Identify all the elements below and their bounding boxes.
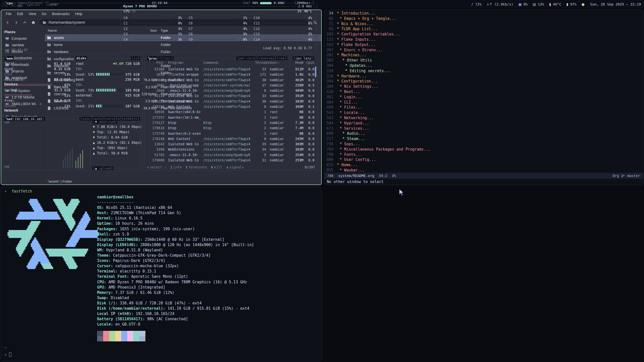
org-heading-line[interactable]: 65* Emacs + Org + Tangle... bbox=[324, 16, 643, 21]
network-speed-indicator[interactable]: ↓↑(2.9kb/s) bbox=[487, 2, 513, 6]
org-heading-line[interactable]: 267* Envrc + Direnv... bbox=[324, 48, 643, 53]
org-heading-line[interactable]: 499* Files... bbox=[324, 105, 643, 110]
process-row[interactable]: 177257kworker/10:1-mm_1root0B0.0 bbox=[147, 115, 314, 120]
proc-action-info[interactable]: iinfo bbox=[170, 165, 182, 169]
org-heading-line[interactable]: 304* Updates... bbox=[324, 63, 643, 68]
prompt-line[interactable]: › bbox=[5, 352, 11, 357]
column-header-user[interactable]: User: bbox=[266, 61, 288, 65]
process-row[interactable]: 2658.firefox-wrappe/nix/store/sm8fnrf3wp… bbox=[147, 72, 314, 77]
org-heading-line[interactable]: 825* Home... bbox=[324, 162, 643, 168]
column-header-pid[interactable]: Pid: bbox=[147, 61, 167, 65]
core-row-C8: C83% bbox=[189, 32, 247, 36]
process-row[interactable]: 178294Web Content/nix/store/sm8fnrf3wps4… bbox=[147, 104, 314, 109]
proc-threads: 1 bbox=[255, 109, 266, 115]
battery-meter bbox=[260, 2, 272, 4]
process-row[interactable]: 176646Isolated Web Co/nix/store/sm8fnrf3… bbox=[147, 77, 314, 83]
org-heading-line[interactable]: 764* Miscellaneous Packages and Programs… bbox=[324, 147, 643, 152]
org-heading-line[interactable]: 162* Flake Output... bbox=[324, 42, 643, 48]
org-heading-line[interactable]: 121* Flake Inputs... bbox=[324, 37, 643, 42]
org-heading-line[interactable]: 584* Hyprland... bbox=[324, 121, 643, 126]
process-row[interactable]: 176000Isolated Web Co/nix/store/sm8fnrf3… bbox=[147, 158, 314, 163]
org-heading-line[interactable]: 316* Hardware... bbox=[324, 74, 643, 79]
column-header-mem[interactable]: MemB bbox=[288, 61, 303, 65]
disk-io-label: IO% bbox=[76, 98, 140, 103]
column-header-threads[interactable]: Threads: bbox=[255, 61, 266, 65]
org-heading-line[interactable]: 461* Login... bbox=[324, 95, 643, 100]
org-heading-line[interactable]: 736* Sops... bbox=[324, 142, 643, 147]
box-label-part: net bbox=[7, 117, 13, 121]
cpu-indicator[interactable]: ▣0% bbox=[518, 2, 528, 6]
process-row[interactable]: 175749kworker/6:2-even1root0B0.0 bbox=[147, 131, 314, 136]
org-heading-line[interactable]: 809* User Config... bbox=[324, 157, 643, 162]
org-heading-line[interactable]: 799* Fonts... bbox=[324, 152, 643, 157]
temperature-indicator[interactable]: ▮46°C bbox=[549, 2, 561, 6]
process-row[interactable]: 178616btopbtop2nambiar7.4M0.0 bbox=[147, 125, 314, 131]
process-row[interactable]: 2660.emacs-31.0.50-/nix/store/wnqz5pa8ra… bbox=[147, 88, 314, 93]
core-percent: 3% bbox=[174, 37, 182, 41]
org-heading-line[interactable]: 671* Services... bbox=[324, 126, 643, 131]
proc-option-tabs[interactable]: ┤per-core├┤reverse├┤tree├ bbox=[236, 56, 287, 60]
core-meter bbox=[134, 34, 172, 34]
cpu-box-tabs[interactable]: ┤menu├┤preset *├ bbox=[17, 1, 50, 5]
volume-indicator[interactable]: ♪72% bbox=[471, 2, 481, 6]
org-heading-line[interactable]: 384* Nix Settings... bbox=[324, 84, 643, 89]
battery-indicator[interactable]: ▮97% bbox=[566, 2, 576, 6]
cpu-graph-dots bbox=[47, 23, 48, 25]
org-heading-line[interactable]: 344* Configuration... bbox=[324, 79, 643, 84]
net-graph-bar bbox=[65, 157, 66, 168]
process-row[interactable]: 51762.emacs-31.0.50-/nix/store/wnqz5pa8r… bbox=[147, 152, 314, 158]
org-heading-line[interactable]: 93* TLDR App List... bbox=[324, 26, 643, 32]
info-value: Catppuccin-GTK-Grey-Dark-Compact [GTK2/3… bbox=[113, 253, 211, 258]
proc-sort-column[interactable]: ┤cpu lazy├ bbox=[293, 56, 314, 60]
logo-line: ▜███▙ ▜███▙▟███▛ bbox=[8, 204, 99, 208]
org-heading-line[interactable]: 484* CLI... bbox=[324, 100, 643, 105]
org-heading-line[interactable]: 717* Steam... bbox=[324, 136, 643, 142]
org-heading-line[interactable]: 310* Editing secrets... bbox=[324, 68, 643, 74]
cpu-box: up 10:45:42 CPU 2% 46°C C03%C51%C104%C10… bbox=[2, 3, 317, 53]
column-header-cpu[interactable]: Cpu% bbox=[303, 61, 314, 65]
box-label-part: ┤ bbox=[294, 56, 296, 60]
proc-action-select[interactable]: ↑select ↓ bbox=[147, 165, 166, 169]
net-tabs[interactable]: ┤sync├┤auto├┤zero├┤b├┤eth0├┤n├ bbox=[79, 117, 140, 121]
process-row[interactable]: 179127btopbtop2nambiar7.3M0.0 bbox=[147, 120, 314, 125]
proc-action-signals[interactable]: ssignals bbox=[226, 165, 244, 169]
org-heading-line[interactable]: 303* Other Utils bbox=[324, 58, 643, 63]
org-heading-line[interactable]: 103* Configuration Variables... bbox=[324, 32, 643, 37]
org-heading-line[interactable]: 428* Boot... bbox=[324, 89, 643, 95]
process-row[interactable]: 52134Isolated Web Co/nix/store/sm8fnrf3w… bbox=[147, 93, 314, 99]
logo-segment: ▟█████████████████▙ bbox=[8, 212, 61, 216]
status-dot-indicator[interactable]: ● bbox=[581, 2, 584, 6]
org-heading-line[interactable]: 698* Audio... bbox=[324, 131, 643, 136]
info-label: Locale: bbox=[97, 322, 113, 327]
org-heading-line[interactable]: 71* Nix & Nixos... bbox=[324, 21, 643, 27]
column-header-program[interactable]: Program: bbox=[167, 61, 203, 65]
memory-indicator[interactable]: ▤13% bbox=[533, 2, 544, 6]
fastfetch-info-line: Memory: 7.37 GiB / 61.46 GiB (12%) bbox=[97, 290, 254, 295]
proc-program: btop bbox=[167, 120, 203, 125]
org-heading-line[interactable]: 282* Machines... bbox=[324, 53, 643, 58]
column-header-command[interactable]: Command: bbox=[203, 61, 255, 65]
org-heading-line[interactable]: 34* Introduction... bbox=[324, 11, 643, 16]
process-row[interactable]: 13642Isolated Web Co/nix/store/sm8fnrf3w… bbox=[147, 142, 314, 147]
org-heading-line[interactable]: 543* Locale... bbox=[324, 110, 643, 115]
box-label-part: +- bbox=[308, 1, 312, 5]
box-label-part: 2000ms bbox=[297, 1, 308, 5]
core-label: C1 bbox=[124, 21, 132, 25]
prompt-symbol: › bbox=[5, 352, 7, 357]
process-row[interactable]: 52368Isolated Web Co/nix/store/sm8fnrf3w… bbox=[147, 67, 314, 72]
proc-action-terminate[interactable]: tterminate bbox=[186, 165, 207, 169]
scrollbar[interactable] bbox=[315, 67, 316, 77]
key-hint: s bbox=[226, 165, 228, 169]
process-row[interactable]: 176223Isolated Web Co/nix/store/sm8fnrf3… bbox=[147, 99, 314, 104]
process-row[interactable]: 38936kworker/u64:6-kc1root0B0.0 bbox=[147, 109, 314, 115]
process-row[interactable]: 3390WebExtensions/nix/store/sm8fnrf3wps4… bbox=[147, 147, 314, 152]
logo-segment: ▜████▛ bbox=[61, 212, 84, 216]
proc-action-kill[interactable]: kkill bbox=[211, 165, 222, 169]
process-row[interactable]: 2601.Hyprland-wrapp/run/current-system/s… bbox=[147, 83, 314, 88]
org-heading-line[interactable]: 855* Waubar... bbox=[324, 168, 643, 173]
process-row[interactable]: 178248Web Content/nix/store/sm8fnrf3wps4… bbox=[147, 136, 314, 142]
org-heading-text: * Updates... bbox=[333, 63, 372, 68]
org-heading-line[interactable]: 563* Networking... bbox=[324, 115, 643, 121]
disks-io-tab[interactable]: ┤io├ bbox=[131, 56, 140, 60]
core-percent: 6% bbox=[304, 21, 312, 25]
